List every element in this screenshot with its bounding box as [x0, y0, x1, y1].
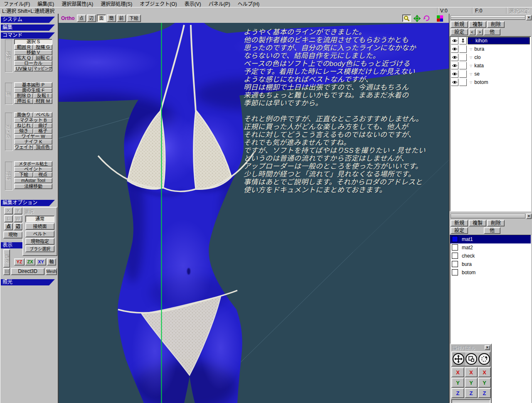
op-y-button[interactable]: Y [478, 378, 491, 388]
direct3d-button[interactable]: Direct3D [11, 268, 44, 275]
cmd-uv-button[interactable]: UV操 U [14, 66, 33, 71]
op-x-button[interactable]: X [465, 367, 478, 377]
visibility-toggle[interactable] [451, 37, 458, 44]
current-object-toggle[interactable] [459, 45, 467, 53]
cmd-select-button[interactable]: 選択 S [14, 39, 52, 44]
object-prev-button[interactable]: < [469, 29, 475, 35]
cmd-local-button[interactable]: ローカル [14, 61, 52, 66]
expand-triangle-icon[interactable]: ▽ [470, 56, 472, 59]
object-row[interactable]: ▼ kihon [450, 37, 531, 45]
object-other-button[interactable]: 他 [484, 29, 500, 35]
object-item[interactable]: ▽ botom [468, 79, 530, 86]
move-mode-button[interactable] [453, 353, 464, 365]
front-view-toggle[interactable]: 前 [117, 15, 126, 22]
object-item-selected[interactable]: ▼ kihon [468, 37, 530, 44]
material-delete-button[interactable]: 削除 [487, 220, 505, 226]
material-duplicate-button[interactable]: 複製 [469, 220, 486, 226]
panel-header-lighting[interactable]: 照光 [1, 279, 55, 285]
opt-point-button[interactable]: 点 [4, 223, 13, 230]
close-icon[interactable]: × [485, 345, 490, 350]
object-settings-button[interactable]: 設定 [451, 29, 468, 35]
object-row[interactable]: ▽ botom [450, 78, 531, 86]
object-next-button[interactable]: > [476, 29, 483, 35]
underlay-toggle[interactable]: 下絵 [127, 15, 141, 22]
axis-toggle-button[interactable]: 軸 [47, 258, 56, 265]
cmd-delete-button[interactable]: 削除 D [14, 93, 33, 98]
object-row[interactable]: ▽ bura [450, 45, 531, 53]
object-row[interactable]: ▽ kata [450, 61, 531, 70]
expand-triangle-icon[interactable]: ▼ [470, 39, 473, 43]
select-normal-button[interactable]: 通常 [25, 216, 54, 222]
plane-xy-button[interactable]: XY [36, 258, 46, 265]
panel-header-edit[interactable]: 編集 [1, 25, 55, 31]
material-row[interactable]: mat2 [450, 243, 531, 252]
cmd-scale-button[interactable]: 拡大 Q [14, 55, 33, 61]
visibility-toggle[interactable] [451, 54, 458, 61]
zoom-tool-button[interactable] [402, 15, 411, 22]
show-faces-toggle[interactable]: 面 [97, 15, 106, 22]
cmd-weight-button[interactable]: ウェイト [14, 145, 33, 150]
material-row[interactable]: botom [450, 268, 531, 277]
material-new-button[interactable]: 新規 [451, 220, 468, 226]
cmd-mastar-tool-button[interactable]: mAstar Tool [14, 178, 52, 183]
cmd-material-button[interactable]: 材質 M [33, 98, 52, 104]
current-object-toggle[interactable] [459, 54, 467, 61]
scale-mode-button[interactable] [466, 353, 477, 365]
panel-header-command[interactable]: コマンド [1, 32, 55, 39]
op-y-button[interactable]: Y [451, 378, 464, 388]
op-z-button[interactable]: Z [451, 388, 464, 398]
cmd-vertex-color-button[interactable]: 頂点色 [33, 145, 52, 150]
current-object-toggle[interactable] [459, 70, 467, 78]
op-x-button[interactable]: X [478, 367, 491, 377]
cmd-knife-button[interactable]: ナイフ K [14, 139, 52, 145]
cmd-tilt-button[interactable]: 傾き [14, 128, 33, 134]
cmd-underlay-button[interactable]: 下絵 [14, 172, 33, 177]
cmd-viewpoint-button[interactable]: 視点 [33, 172, 52, 177]
visibility-toggle[interactable] [451, 70, 458, 78]
material-swatch[interactable] [452, 253, 458, 259]
close-icon[interactable]: × [526, 214, 532, 219]
object-new-button[interactable]: 新規 [451, 21, 468, 28]
cmd-move-button[interactable]: 移動 V [14, 50, 52, 55]
object-duplicate-button[interactable]: 複製 [469, 21, 486, 28]
panel-grip[interactable] [451, 15, 525, 20]
cmd-primitive-button[interactable]: 基本図形 P [14, 82, 52, 88]
plane-yz-button[interactable]: YZ [14, 258, 25, 265]
cmd-extrude-button[interactable]: 押出 E [14, 98, 33, 104]
opt-y-button[interactable]: Y [14, 207, 22, 214]
pan-tool-button[interactable] [413, 15, 421, 22]
cmd-wire-button[interactable]: ワイヤー W [14, 134, 52, 139]
opt-genbutsu-button[interactable]: 現物 [3, 231, 22, 238]
opt-w-button[interactable]: W [14, 215, 22, 222]
mesh-button[interactable]: Mesh [46, 268, 57, 275]
current-object-toggle[interactable] [459, 79, 467, 86]
cmd-bend-button[interactable]: 曲げ [33, 123, 52, 128]
op-z-button[interactable]: Z [478, 388, 491, 398]
show-points-toggle[interactable]: 点 [77, 15, 86, 22]
visibility-toggle[interactable] [451, 62, 458, 69]
visibility-toggle[interactable] [451, 45, 458, 53]
cmd-metaball-button[interactable]: メタボール粘土 [14, 161, 52, 167]
material-swatch[interactable] [452, 244, 458, 251]
plane-zx-button[interactable]: ZX [25, 258, 35, 265]
close-icon[interactable]: × [526, 15, 532, 20]
object-row[interactable]: ▽ clo [450, 53, 531, 61]
cmd-magnet-button[interactable]: マグネット B [14, 118, 52, 123]
selection-lock-button[interactable]: 選択固定 [506, 7, 532, 14]
opt-l-button[interactable]: L [4, 215, 13, 222]
expand-triangle-icon[interactable]: ▽ [470, 81, 472, 84]
cmd-create-face-button[interactable]: 面の生成 F [14, 88, 52, 93]
cmd-bevel-button[interactable]: ベベル [33, 112, 52, 118]
cmd-paint-button[interactable]: ペイント [14, 167, 52, 172]
material-row-selected[interactable]: mat1 [450, 235, 531, 243]
object-item[interactable]: ▽ se [468, 70, 530, 78]
cmd-lattice-button[interactable]: 格子 [33, 128, 52, 134]
panel-header-system[interactable]: システム [1, 17, 55, 23]
cmd-lasso-button[interactable]: 投縄 G [33, 44, 52, 50]
object-delete-button[interactable]: 削除 [487, 21, 505, 28]
material-settings-button[interactable]: 設定 [451, 227, 468, 234]
visibility-toggle[interactable] [451, 79, 458, 86]
rotate-mode-button[interactable] [478, 353, 490, 365]
op-y-button[interactable]: Y [465, 378, 478, 388]
grid-icon[interactable] [3, 268, 10, 275]
